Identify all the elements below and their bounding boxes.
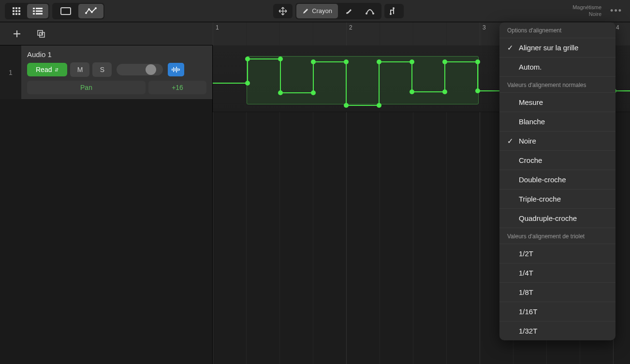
region-view-button[interactable] bbox=[53, 4, 78, 18]
chevron-updown-icon: ⇵ bbox=[55, 67, 59, 73]
svg-rect-2 bbox=[18, 7, 20, 9]
svg-point-22 bbox=[390, 13, 392, 15]
svg-point-20 bbox=[366, 13, 367, 15]
duplicate-icon bbox=[36, 29, 46, 39]
tool-label: Crayon bbox=[312, 7, 332, 15]
more-menu-button[interactable]: ••• bbox=[607, 6, 625, 16]
ruler-mark: 1 bbox=[216, 24, 219, 31]
ruler-mark: 2 bbox=[349, 24, 352, 31]
automation-view-button[interactable] bbox=[78, 4, 103, 18]
trim-icon bbox=[390, 7, 398, 15]
svg-point-16 bbox=[85, 12, 87, 14]
dropdown-item[interactable]: Triple-croche bbox=[499, 189, 615, 208]
ruler-mark: 4 bbox=[616, 24, 619, 31]
curve-tool-button[interactable] bbox=[359, 4, 381, 18]
svg-rect-4 bbox=[15, 10, 17, 12]
svg-rect-8 bbox=[18, 13, 20, 15]
brush-tool-button[interactable] bbox=[338, 4, 359, 18]
track-name: Audio 1 bbox=[27, 50, 206, 58]
svg-rect-9 bbox=[33, 8, 35, 9]
track-row: 1 Audio 1 Read ⇵ M S bbox=[0, 45, 212, 99]
snap-value: Noire bbox=[572, 11, 601, 17]
dropdown-item[interactable]: 1/16T bbox=[499, 302, 615, 321]
svg-point-17 bbox=[88, 8, 90, 10]
svg-point-19 bbox=[95, 7, 97, 9]
audio-region[interactable] bbox=[247, 56, 479, 104]
top-toolbar: Crayon Magnétisme Noire ••• bbox=[0, 0, 630, 22]
dropdown-item[interactable]: Aligner sur la grille bbox=[499, 38, 615, 57]
svg-rect-5 bbox=[18, 10, 20, 12]
brush-icon bbox=[345, 7, 352, 15]
fader-knob[interactable] bbox=[146, 64, 156, 75]
view-mode-group bbox=[5, 3, 49, 19]
display-mode-group bbox=[52, 3, 104, 19]
plus-icon bbox=[12, 29, 22, 39]
ruler-mark: 3 bbox=[483, 24, 486, 31]
list-view-button[interactable] bbox=[27, 4, 48, 18]
svg-rect-1 bbox=[15, 7, 17, 9]
waveform-button[interactable] bbox=[168, 63, 184, 76]
svg-rect-14 bbox=[36, 13, 43, 15]
dropdown-item[interactable]: 1/8T bbox=[499, 282, 615, 302]
dropdown-section-header: Valeurs d'alignement normales bbox=[499, 76, 615, 92]
dropdown-section-header: Options d'alignement bbox=[499, 22, 615, 38]
svg-rect-13 bbox=[33, 13, 35, 15]
dropdown-section-header: Valeurs d'alignement de triolet bbox=[499, 228, 615, 244]
svg-rect-0 bbox=[13, 7, 15, 9]
svg-rect-12 bbox=[36, 10, 43, 12]
dropdown-item[interactable]: Quadruple-croche bbox=[499, 208, 615, 228]
volume-fader[interactable] bbox=[117, 64, 163, 75]
snap-dropdown: Options d'alignement Aligner sur la gril… bbox=[499, 22, 615, 340]
dropdown-item[interactable]: 1/4T bbox=[499, 263, 615, 282]
trim-tool-button[interactable] bbox=[384, 4, 404, 18]
svg-rect-11 bbox=[33, 10, 35, 12]
dropdown-item[interactable]: 1/2T bbox=[499, 244, 615, 263]
dropdown-item[interactable]: 1/32T bbox=[499, 321, 615, 340]
dropdown-item[interactable]: Double-croche bbox=[499, 170, 615, 189]
snap-indicator: Magnétisme Noire bbox=[572, 4, 601, 17]
move-tool-button[interactable] bbox=[273, 4, 293, 18]
svg-point-18 bbox=[91, 11, 93, 13]
dropdown-item[interactable]: Croche bbox=[499, 150, 615, 170]
track-list: 1 Audio 1 Read ⇵ M S bbox=[0, 45, 213, 364]
waveform-icon bbox=[171, 66, 181, 73]
svg-point-21 bbox=[372, 13, 374, 15]
svg-rect-7 bbox=[15, 13, 17, 15]
svg-rect-10 bbox=[36, 8, 43, 9]
pencil-icon bbox=[302, 8, 309, 15]
svg-point-23 bbox=[393, 7, 395, 9]
dropdown-item[interactable]: Noire bbox=[499, 131, 615, 150]
mute-button[interactable]: M bbox=[70, 62, 89, 77]
pencil-tool-button[interactable]: Crayon bbox=[296, 4, 338, 18]
automation-value[interactable]: +16 bbox=[148, 81, 206, 94]
dropdown-item[interactable]: Blanche bbox=[499, 112, 615, 131]
svg-rect-3 bbox=[13, 10, 15, 12]
dropdown-item[interactable]: Mesure bbox=[499, 92, 615, 112]
curve-icon bbox=[366, 8, 374, 15]
svg-rect-6 bbox=[13, 13, 15, 15]
dropdown-item[interactable]: Autom. bbox=[499, 57, 615, 76]
edit-tool-group: Crayon bbox=[295, 3, 381, 19]
svg-rect-15 bbox=[61, 8, 71, 15]
solo-button[interactable]: S bbox=[92, 62, 112, 77]
duplicate-track-button[interactable] bbox=[34, 27, 48, 41]
snap-title: Magnétisme bbox=[572, 4, 601, 11]
automation-param-select[interactable]: Pan bbox=[27, 81, 146, 94]
automation-mode-button[interactable]: Read ⇵ bbox=[27, 63, 67, 76]
add-track-button[interactable] bbox=[10, 27, 24, 41]
track-number: 1 bbox=[0, 45, 21, 99]
grid-view-button[interactable] bbox=[6, 4, 27, 18]
track-header[interactable]: Audio 1 Read ⇵ M S bbox=[21, 45, 212, 99]
